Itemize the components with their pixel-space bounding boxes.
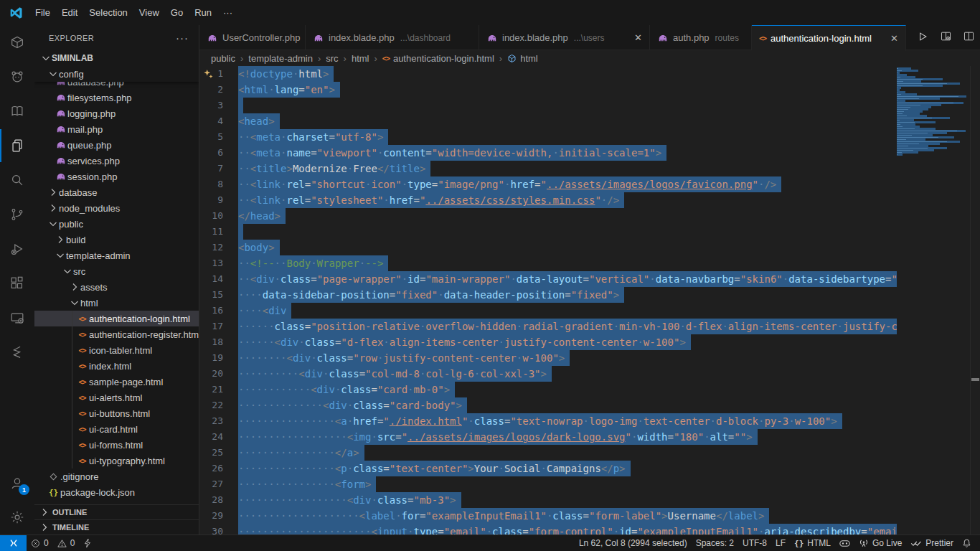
tree-item-ui-card-html[interactable]: <>ui-card.html [34,421,199,437]
tree-item-html[interactable]: html [34,295,199,311]
status-warning[interactable]: 0 [53,535,80,551]
menu-item-edit[interactable]: Edit [56,5,83,20]
tab-index-blade-php[interactable]: index.blade.php...\dashboard [306,25,479,50]
activity-files-button[interactable] [0,128,34,163]
editor-action-run-button[interactable] [916,30,929,45]
status-copilot-st[interactable] [835,535,854,551]
menu-item-run[interactable]: Run [189,5,217,20]
status-bell[interactable] [958,535,976,551]
tab-index-blade-php[interactable]: index.blade.php...\users✕ [479,25,650,50]
overview-ruler[interactable] [970,66,980,534]
tree-item-node-modules[interactable]: node_modules [34,200,199,216]
status-error[interactable]: 0 [27,535,53,551]
tree-item-template-admin[interactable]: template-admin [34,248,199,263]
tree-item-config[interactable]: config [34,66,199,82]
tree-item-database[interactable]: database [34,184,199,200]
tree-item-index-html[interactable]: <>index.html [34,358,199,374]
line-number: 2 [199,82,238,98]
search-act-icon [9,172,25,188]
status-prettier[interactable]: Prettier [906,535,958,551]
explorer-more-actions-button[interactable]: ··· [176,32,189,44]
status-braces[interactable]: {}HTML [790,535,835,551]
menu-item-[interactable]: ··· [217,5,238,20]
tab-close-button[interactable]: ✕ [630,32,642,43]
section-outline[interactable]: OUTLINE [34,504,199,519]
title-bar: FileEditSelectionViewGoRun··· [0,0,980,25]
status-label: Ln 62, Col 8 (2994 selected) [579,538,687,548]
tree-item-ui-forms-html[interactable]: <>ui-forms.html [34,437,199,453]
activity-account-button[interactable]: 1 [0,466,34,500]
code-line: ················<p·class="text-center">Y… [238,461,897,476]
tree-item-services-php[interactable]: services.php [34,153,199,169]
tab-close-button[interactable]: ✕ [886,33,898,44]
tree-item-icon-tabler-html[interactable]: <>icon-tabler.html [34,342,199,358]
activity-debug-button[interactable] [0,232,34,266]
tree-item-ui-typography-html[interactable]: <>ui-typography.html [34,453,199,468]
run-icon [916,30,929,43]
tree-item--gitignore[interactable]: .gitignore [34,468,199,484]
status-spaces[interactable]: Spaces: 2 [692,535,738,551]
line-number: 29 [199,508,238,524]
chev-right-icon [47,187,59,198]
tree-item-ui-alerts-html[interactable]: <>ui-alerts.html [34,390,199,405]
selection-highlight: ····<div [238,303,291,319]
status-remote-sm[interactable] [0,535,27,551]
activity-extensions-button[interactable] [0,266,34,301]
tree-item-database-php[interactable]: database.php [34,82,199,90]
selection-highlight: ················<a·href="./index.html"·c… [238,413,842,429]
tree-item-authentication-login-html[interactable]: <>authentication-login.html [34,311,199,326]
breadcrumb-item-html[interactable]: html [352,53,369,64]
section-timeline[interactable]: TIMELINE [34,519,199,534]
activity-remote-ex-button[interactable] [0,301,34,335]
activity-book-button[interactable] [0,94,34,128]
tab-usercontroller-php[interactable]: UserController.php [199,25,306,50]
tree-item-session-php[interactable]: session.php [34,169,199,184]
tree-item-package-json[interactable]: {}package.json [34,500,199,504]
tree-item-label: logging.php [67,108,116,119]
editor-action-split-pr-button[interactable] [940,30,952,44]
activity-search-act-button[interactable] [0,163,34,197]
menu-item-file[interactable]: File [29,5,56,20]
minimap[interactable] [897,67,969,156]
activity-container-button[interactable] [0,25,34,60]
tree-item-src[interactable]: src [34,263,199,279]
tree-item-mail-php[interactable]: mail.php [34,121,199,137]
breadcrumb-item-public[interactable]: public [211,53,235,64]
code-area[interactable]: <!doctype·html><html·lang="en">​<head>··… [238,66,897,534]
tree-item-siminlab[interactable]: SIMINLAB [34,50,199,66]
breadcrumb-item-authentication-login-html[interactable]: <>authentication-login.html [382,53,494,64]
tree-item-logging-php[interactable]: logging.php [34,105,199,121]
activity-zigzag-button[interactable] [0,335,34,369]
tree-item-queue-php[interactable]: queue.php [34,137,199,153]
status-bolt[interactable] [79,535,96,551]
menu-item-selection[interactable]: Selection [83,5,133,20]
status-utf-8[interactable]: UTF-8 [738,535,771,551]
menu-item-view[interactable]: View [133,5,165,20]
menu-item-go[interactable]: Go [165,5,189,20]
selection-highlight: <body> [238,240,280,255]
status-golive[interactable]: Go Live [854,535,906,551]
tree-item-package-lock-json[interactable]: {}package-lock.json [34,484,199,500]
tree-item-authentication-register-html[interactable]: <>authentication-register.html [34,326,199,342]
tab-auth-php[interactable]: auth.phproutes [650,25,752,50]
activity-gear-button[interactable] [0,500,34,534]
line-number-gutter: 1234567891011121314151617181920212223242… [199,66,238,534]
tree-item-filesystems-php[interactable]: filesystems.php [34,90,199,105]
tree-item-public[interactable]: public [34,216,199,232]
tree-item-sample-page-html[interactable]: <>sample-page.html [34,374,199,390]
breadcrumb-item-template-admin[interactable]: template-admin [248,53,313,64]
activity-source-control-button[interactable] [0,197,34,232]
tree-item-build[interactable]: build [34,232,199,248]
tree-item-label: src [73,266,85,277]
breadcrumb-item-src[interactable]: src [326,53,338,64]
prettier-icon [910,539,922,547]
status-ln[interactable]: Ln 62, Col 8 (2994 selected) [575,535,692,551]
status-lf[interactable]: LF [771,535,790,551]
tab-authentication-login-html[interactable]: <>authentication-login.html✕ [752,25,906,51]
breadcrumb-item-html[interactable]: html [507,53,538,64]
line-number: 13 [199,255,238,271]
tree-item-assets[interactable]: assets [34,279,199,295]
activity-mascot-button[interactable] [0,60,34,94]
tree-item-ui-buttons-html[interactable]: <>ui-buttons.html [34,405,199,421]
editor-action-split-button[interactable] [963,30,975,44]
